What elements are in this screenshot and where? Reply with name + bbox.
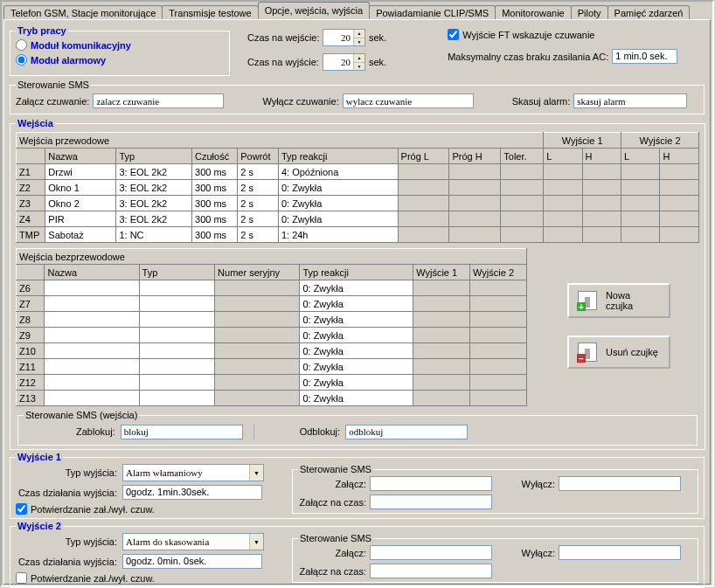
czas-wyjscie-value[interactable] bbox=[323, 54, 353, 70]
row-id: Z13 bbox=[17, 391, 45, 406]
combo-wy1-drop-icon[interactable]: ▼ bbox=[249, 465, 263, 481]
combo-wy2-drop-icon[interactable]: ▼ bbox=[249, 534, 263, 550]
input-wy2-zalacz[interactable] bbox=[370, 545, 492, 560]
table-row[interactable]: Z120: Zwykła bbox=[17, 375, 527, 391]
cell-typ[interactable]: 3: EOL 2k2 bbox=[116, 196, 192, 211]
czas-wejscie-up[interactable]: ▲ bbox=[353, 30, 364, 38]
czas-wejscie-value[interactable] bbox=[323, 30, 353, 45]
legend-wy1-ster-sms: Sterowanie SMS bbox=[298, 464, 373, 474]
czas-wyjscie-up[interactable]: ▲ bbox=[353, 54, 364, 63]
table-row[interactable]: Z100: Zwykła bbox=[17, 343, 527, 359]
czas-wyjscie-spinner[interactable]: ▲▼ bbox=[323, 53, 365, 71]
row-id: Z2 bbox=[17, 180, 45, 196]
group-sterowanie-sms: Sterowanie SMS Załącz czuwanie: Wyłącz c… bbox=[10, 80, 705, 114]
radio-modul-alarmowy[interactable] bbox=[16, 54, 27, 66]
cell-typ[interactable]: 3: EOL 2k2 bbox=[116, 164, 192, 180]
cell-reakcji[interactable]: 0: Zwykła bbox=[300, 280, 413, 296]
combo-wy1-typ[interactable]: ▼ bbox=[122, 464, 264, 481]
col-reakcji: Typ reakcji bbox=[278, 149, 398, 164]
cell-nazwa[interactable]: Okno 1 bbox=[45, 180, 116, 196]
cell-reakcji[interactable]: 1: 24h bbox=[278, 227, 398, 243]
tab-pamiec[interactable]: Pamięć zdarzeń bbox=[607, 5, 691, 20]
cell-typ[interactable]: 3: EOL 2k2 bbox=[116, 180, 192, 196]
input-wy1-wylacz[interactable] bbox=[559, 476, 681, 491]
cell-nazwa[interactable]: Okno 2 bbox=[45, 196, 116, 211]
cell-reakcji[interactable]: 4: Opóźniona bbox=[278, 164, 398, 180]
wy2-czas-value[interactable]: 0godz. 0min. 0sek. bbox=[122, 554, 262, 569]
table-row[interactable]: Z130: Zwykła bbox=[17, 391, 527, 406]
combo-wy2-typ[interactable]: ▼ bbox=[122, 533, 264, 550]
col2-wy1: Wyjście 1 bbox=[413, 265, 470, 280]
cell-nazwa[interactable]: Sabotaż bbox=[45, 227, 116, 243]
combo-wy2-typ-value[interactable] bbox=[123, 534, 249, 550]
cell-reakcji[interactable]: 0: Zwykła bbox=[300, 296, 413, 312]
cell-powrot[interactable]: 2 s bbox=[238, 196, 279, 211]
input-skasuj-alarm[interactable] bbox=[573, 93, 687, 108]
cell-reakcji[interactable]: 0: Zwykła bbox=[300, 343, 413, 359]
button-usun-czujke[interactable]: − Usuń czujkę bbox=[567, 336, 670, 369]
max-ac-value[interactable]: 1 min.0 sek. bbox=[612, 49, 677, 64]
tab-piloty[interactable]: Piloty bbox=[571, 5, 608, 20]
cell-czulosc[interactable]: 300 ms bbox=[192, 211, 238, 227]
czas-wejscie-spinner[interactable]: ▲▼ bbox=[323, 29, 365, 46]
checkbox-wy2-potw[interactable] bbox=[16, 572, 27, 584]
cell-typ[interactable]: 1: NC bbox=[116, 227, 192, 243]
cell-powrot[interactable]: 2 s bbox=[238, 227, 279, 243]
table-row[interactable]: Z4PIR3: EOL 2k2300 ms2 s0: Zwykła bbox=[17, 211, 699, 227]
table-row[interactable]: Z90: Zwykła bbox=[17, 328, 527, 343]
group-sterowanie-sms-wejscia: Sterowanie SMS (wejścia) Zablokuj: Odblo… bbox=[17, 410, 698, 446]
table-row[interactable]: Z80: Zwykła bbox=[17, 312, 527, 328]
combo-wy1-typ-value[interactable] bbox=[123, 465, 249, 481]
cell-reakcji[interactable]: 0: Zwykła bbox=[300, 375, 413, 391]
tab-monitorowanie[interactable]: Monitorowanie bbox=[495, 5, 572, 20]
tab-opcje[interactable]: Opcje, wejścia, wyjścia bbox=[258, 2, 370, 19]
radio-modul-komunikacyjny[interactable] bbox=[16, 39, 27, 51]
cell-reakcji[interactable]: 0: Zwykła bbox=[278, 211, 398, 227]
header-wyjscie2: Wyjście 2 bbox=[621, 133, 699, 149]
cell-powrot[interactable]: 2 s bbox=[238, 180, 279, 196]
cell-reakcji[interactable]: 0: Zwykła bbox=[278, 180, 398, 196]
cell-czulosc[interactable]: 300 ms bbox=[192, 196, 238, 211]
table-row[interactable]: Z70: Zwykła bbox=[17, 296, 527, 312]
input-odblokuj[interactable] bbox=[345, 425, 468, 439]
button-nowa-czujka[interactable]: + Nowa czujka bbox=[567, 283, 670, 318]
cell-reakcji[interactable]: 0: Zwykła bbox=[300, 359, 413, 375]
cell-nazwa[interactable]: Drzwi bbox=[45, 164, 116, 180]
input-wylacz-czuwanie[interactable] bbox=[343, 93, 474, 108]
cell-reakcji[interactable]: 0: Zwykła bbox=[300, 328, 413, 343]
table-row[interactable]: Z110: Zwykła bbox=[17, 359, 527, 375]
table-row[interactable]: Z2Okno 13: EOL 2k2300 ms2 s0: Zwykła bbox=[17, 180, 699, 196]
cell-nazwa[interactable]: PIR bbox=[45, 211, 116, 227]
label-wy2-typ: Typ wyjścia: bbox=[16, 536, 117, 547]
input-zalacz-czuwanie[interactable] bbox=[93, 93, 224, 108]
cell-czulosc[interactable]: 300 ms bbox=[192, 180, 238, 196]
czas-wejscie-down[interactable]: ▼ bbox=[353, 38, 364, 46]
tab-transmisje[interactable]: Transmisje testowe bbox=[162, 5, 258, 20]
cell-reakcji[interactable]: 0: Zwykła bbox=[278, 196, 398, 211]
cell-reakcji[interactable]: 0: Zwykła bbox=[300, 391, 413, 406]
wy1-czas-value[interactable]: 0godz. 1min.30sek. bbox=[122, 485, 262, 500]
cell-powrot[interactable]: 2 s bbox=[238, 164, 279, 180]
czas-wyjscie-down[interactable]: ▼ bbox=[353, 63, 364, 71]
cell-powrot[interactable]: 2 s bbox=[238, 211, 279, 227]
checkbox-wyjscie-ft[interactable] bbox=[448, 29, 459, 40]
table-row[interactable]: Z60: Zwykła bbox=[17, 280, 527, 296]
label-zablokuj: Zablokuj: bbox=[76, 426, 115, 437]
row-id: Z1 bbox=[17, 164, 45, 180]
cell-typ[interactable]: 3: EOL 2k2 bbox=[116, 211, 192, 227]
tab-gsm[interactable]: Telefon GSM, Stacje monitorujące bbox=[3, 5, 163, 20]
input-wy1-zalacz[interactable] bbox=[370, 476, 492, 491]
czas-wejscie-unit: sek. bbox=[369, 32, 386, 43]
table-row[interactable]: Z3Okno 23: EOL 2k2300 ms2 s0: Zwykła bbox=[17, 196, 699, 211]
table-row[interactable]: TMPSabotaż1: NC300 ms2 s1: 24h bbox=[17, 227, 699, 243]
cell-reakcji[interactable]: 0: Zwykła bbox=[300, 312, 413, 328]
table-row[interactable]: Z1Drzwi3: EOL 2k2300 ms2 s4: Opóźniona bbox=[17, 164, 699, 180]
cell-czulosc[interactable]: 300 ms bbox=[192, 164, 238, 180]
tab-powiadamianie[interactable]: Powiadamianie CLIP/SMS bbox=[369, 5, 496, 20]
input-wy1-zalacz-czas[interactable] bbox=[370, 495, 492, 509]
input-wy2-zalacz-czas[interactable] bbox=[370, 564, 492, 578]
input-wy2-wylacz[interactable] bbox=[559, 545, 681, 560]
checkbox-wy1-potw[interactable] bbox=[16, 503, 27, 515]
cell-czulosc[interactable]: 300 ms bbox=[192, 227, 238, 243]
input-zablokuj[interactable] bbox=[121, 425, 243, 439]
